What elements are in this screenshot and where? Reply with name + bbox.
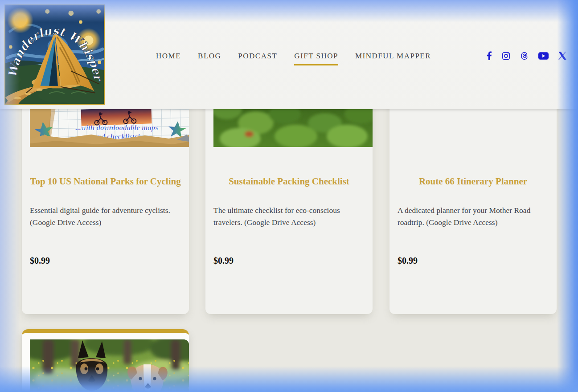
product-price: $0.99 [30,255,181,266]
nav-item-home[interactable]: HOME [156,52,181,61]
product-title[interactable]: Sustainable Packing Checklist [213,176,365,188]
product-title[interactable]: Top 10 US National Parks for Cycling [29,176,182,188]
social-bar [487,51,566,61]
product-price: $0.99 [398,255,549,266]
product-description: Essential digital guide for adventure cy… [30,204,181,229]
nav-item-mindful-mapper[interactable]: MINDFUL MAPPER [355,52,431,61]
threads-icon[interactable] [520,52,529,60]
product-description: The ultimate checklist for eco-conscious… [213,204,365,229]
facebook-icon[interactable] [487,51,492,60]
site-header: Wanderlust Whisperz HOME BLOG PODCAST GI… [0,0,578,109]
product-description: A dedicated planner for your Mother Road… [398,204,549,229]
page: ...with downloadable maps and checklists… [0,0,578,392]
x-icon[interactable] [558,52,566,60]
site-logo[interactable]: Wanderlust Whisperz [4,4,105,105]
nav-item-blog[interactable]: BLOG [198,52,221,61]
instagram-icon[interactable] [502,52,510,60]
nav-item-gift-shop[interactable]: GIFT SHOP [294,52,338,61]
collage-overlay-line-1: ...with downloadable maps [75,123,158,132]
product-price: $0.99 [213,255,365,266]
product-title[interactable]: Route 66 Itinerary Planner [397,176,549,188]
youtube-icon[interactable] [538,52,549,60]
nav-item-podcast[interactable]: PODCAST [238,52,277,61]
product-image-two-dogs[interactable] [30,339,189,392]
main-nav: HOME BLOG PODCAST GIFT SHOP MINDFUL MAPP… [156,52,431,61]
product-card-two-dogs[interactable] [22,329,189,392]
